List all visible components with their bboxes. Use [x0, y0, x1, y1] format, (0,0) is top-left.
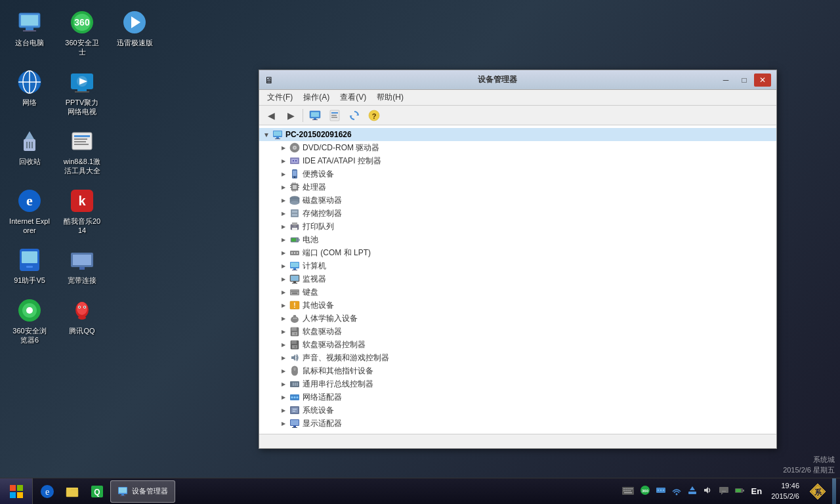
- desktop-icon-this-pc[interactable]: 这台电脑: [7, 7, 52, 60]
- taskbar-explorer-icon[interactable]: [60, 480, 84, 503]
- tree-item-print[interactable]: ▶ 打印队列: [259, 220, 776, 233]
- svg-text:?: ?: [372, 112, 377, 120]
- tree-item-network-adapter[interactable]: ▶ 网络适配器: [259, 390, 776, 404]
- tree-item-computer[interactable]: ▶ 计算机: [259, 259, 776, 272]
- svg-rect-191: [743, 490, 744, 492]
- desktop-icon-360safe[interactable]: 360 360安全卫士: [59, 7, 105, 60]
- tray-speaker-icon[interactable]: [702, 484, 715, 499]
- desktop-icon-win881[interactable]: win8&8.1激活工具大全: [59, 125, 105, 178]
- svg-rect-136: [293, 383, 294, 386]
- taskbar-devmgr[interactable]: 设备管理器: [110, 480, 175, 503]
- taskbar-app3-icon[interactable]: Q: [85, 480, 109, 503]
- svg-rect-168: [625, 488, 627, 490]
- tree-item-monitor[interactable]: ▶ 监视器: [259, 272, 776, 285]
- svg-rect-114: [297, 291, 299, 292]
- svg-rect-103: [293, 268, 296, 270]
- tray-msg-icon[interactable]: ...: [717, 484, 730, 499]
- show-desktop-button[interactable]: [832, 478, 836, 504]
- tree-item-dvd[interactable]: ▶ DVD/CD-ROM 驱动器: [259, 141, 776, 154]
- svg-rect-100: [297, 252, 298, 254]
- tray-language[interactable]: En: [749, 486, 765, 496]
- svg-rect-68: [291, 159, 298, 163]
- tree-item-other[interactable]: ▶ ! 其他设备: [259, 299, 776, 312]
- tray-download-icon[interactable]: [686, 484, 699, 499]
- tree-item-battery[interactable]: ▶ 电池: [259, 233, 776, 246]
- svg-rect-154: [17, 492, 23, 498]
- svg-point-45: [79, 306, 80, 308]
- desktop-icon-recycle[interactable]: 回收站: [7, 125, 52, 178]
- tree-item-serial[interactable]: ▶ 通用串行总线控制器: [259, 377, 776, 390]
- tree-item-keyboard[interactable]: ▶ 键盘: [259, 285, 776, 299]
- tray-clock[interactable]: 19:46 2015/2/6: [767, 481, 803, 501]
- tree-root-node[interactable]: ▼ PC-201502091626: [259, 128, 776, 141]
- tree-item-processor[interactable]: ▶ 处理器: [259, 180, 776, 194]
- close-button[interactable]: ✕: [754, 74, 771, 87]
- menu-view[interactable]: 查看(V): [335, 91, 371, 104]
- tray-battery-icon[interactable]: [733, 484, 746, 499]
- svg-point-129: [295, 346, 297, 348]
- tray-keyboard-icon[interactable]: [620, 482, 636, 500]
- tree-item-system[interactable]: ▶ 系统设备: [259, 404, 776, 417]
- svg-rect-63: [275, 138, 280, 139]
- minimize-button[interactable]: ─: [717, 74, 734, 87]
- svg-rect-87: [291, 209, 299, 217]
- taskbar-devmgr-label: 设备管理器: [132, 486, 168, 496]
- tree-item-disk[interactable]: ▶ 磁盘驱动器: [259, 194, 776, 207]
- tree-item-storage[interactable]: ▶ 存储控制器: [259, 207, 776, 220]
- desktop-icon-kuwo[interactable]: k 酷我音乐2014: [59, 185, 105, 238]
- svg-point-40: [26, 307, 33, 314]
- svg-point-121: [295, 318, 297, 319]
- svg-rect-104: [292, 270, 297, 270]
- desktop-icon-broadband[interactable]: 宽带连接: [59, 244, 105, 287]
- tree-item-hid[interactable]: ▶ 人体学输入设备: [259, 312, 776, 325]
- svg-rect-145: [293, 409, 297, 410]
- svg-rect-144: [291, 408, 298, 413]
- desktop-icon-91zhushou[interactable]: 91助手V5: [7, 244, 52, 287]
- help-button[interactable]: ?: [365, 107, 383, 124]
- forward-button[interactable]: ▶: [282, 107, 300, 124]
- tree-item-mouse[interactable]: ▶ 鼠标和其他指针设备: [259, 364, 776, 377]
- taskbar-ie-icon[interactable]: e: [35, 480, 59, 503]
- menu-action[interactable]: 操作(A): [298, 91, 335, 104]
- device-tree[interactable]: ▼ PC-201502091626 ▶: [259, 125, 776, 434]
- recycle-label: 回收站: [19, 157, 41, 166]
- svg-rect-174: [627, 490, 629, 492]
- desktop-icon-ie[interactable]: e Internet Explorer: [7, 185, 52, 238]
- tray-360-icon[interactable]: 360: [639, 484, 652, 499]
- desktop-icon-xunlei[interactable]: 迅雷极速版: [112, 7, 158, 60]
- svg-rect-113: [295, 291, 297, 292]
- show-device-button[interactable]: [306, 107, 324, 124]
- svg-rect-151: [10, 485, 16, 491]
- menu-file[interactable]: 文件(F): [262, 91, 298, 104]
- win881-label: win8&8.1激活工具大全: [62, 157, 102, 176]
- tree-item-sound[interactable]: ▶ 声音、视频和游戏控制器: [259, 351, 776, 364]
- svg-rect-106: [291, 276, 299, 281]
- maximize-button[interactable]: □: [736, 74, 753, 87]
- desktop-icon-360browser[interactable]: 360安全浏览器6: [7, 295, 52, 348]
- svg-rect-96: [291, 238, 296, 242]
- tray-wireless-icon[interactable]: [670, 484, 683, 499]
- desktop-icon-pptv[interactable]: PPTV聚力 网络电视: [59, 66, 105, 119]
- tree-item-display[interactable]: ▶ 显示适配器: [259, 417, 776, 430]
- tree-item-portable[interactable]: ▶ 便携设备: [259, 167, 776, 180]
- back-button[interactable]: ◀: [262, 107, 280, 124]
- start-button[interactable]: [0, 478, 33, 504]
- properties-button[interactable]: [326, 107, 344, 124]
- tree-item-floppy-ctrl[interactable]: ▶ 软盘驱动器控制器: [259, 338, 776, 351]
- tree-item-port[interactable]: ▶ 端口 (COM 和 LPT): [259, 246, 776, 259]
- menu-help[interactable]: 帮助(H): [371, 91, 409, 104]
- svg-rect-149: [293, 426, 296, 427]
- svg-rect-158: [66, 490, 78, 497]
- svg-point-183: [675, 494, 677, 495]
- svg-rect-170: [629, 488, 631, 490]
- svg-marker-185: [690, 486, 695, 490]
- tree-item-ide[interactable]: ▶ IDE ATA/ATAPI 控制器: [259, 154, 776, 167]
- update-button[interactable]: [345, 107, 364, 124]
- tray-notification-area: 系: [806, 482, 830, 501]
- tray-network2-icon[interactable]: [654, 484, 667, 499]
- tree-item-floppy[interactable]: ▶ 软盘驱动器: [259, 325, 776, 338]
- desktop-icon-network[interactable]: 网络: [7, 66, 52, 119]
- desktop-icon-qq[interactable]: 腾讯QQ: [59, 295, 105, 348]
- pptv-label: PPTV聚力 网络电视: [62, 98, 102, 117]
- 360safe-icon: 360: [69, 9, 95, 35]
